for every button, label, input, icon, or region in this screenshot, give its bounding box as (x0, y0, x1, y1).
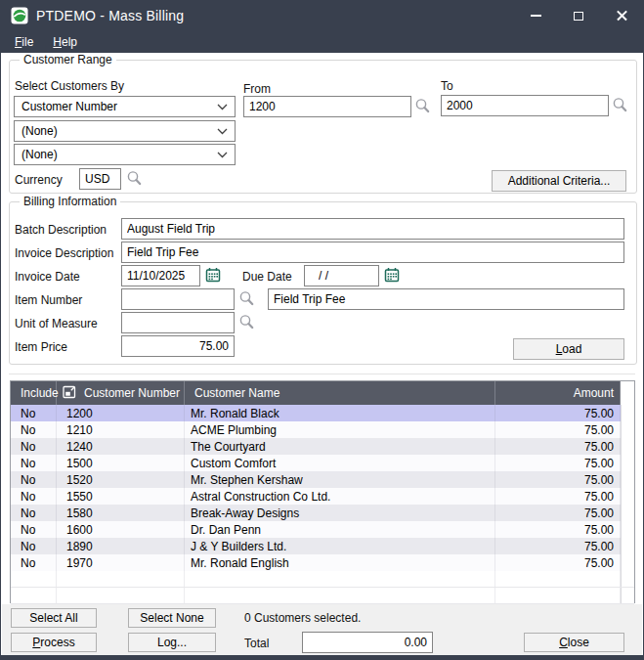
cell-customer-number[interactable]: 1200 (57, 405, 185, 421)
cell-include[interactable]: No (11, 471, 57, 488)
cell-filler[interactable] (621, 438, 634, 455)
cell-filler[interactable] (621, 521, 634, 538)
cell-amount[interactable]: 75.00 (495, 505, 621, 521)
log-button[interactable]: Log... (128, 633, 216, 652)
cell-include[interactable]: No (11, 538, 57, 554)
invoice-date-calendar-icon[interactable] (205, 267, 221, 283)
menu-help[interactable]: Help (43, 30, 87, 53)
header-amount[interactable]: Amount (495, 381, 621, 405)
cell-customer-name[interactable]: ACME Plumbing (185, 421, 495, 438)
invoice-description-input[interactable] (121, 242, 624, 263)
from-finder-icon[interactable] (414, 98, 431, 114)
batch-description-input[interactable] (121, 218, 624, 240)
load-button[interactable]: Load (513, 338, 624, 360)
cell-customer-name[interactable]: Custom Comfort (185, 455, 495, 471)
additional-criteria-button[interactable]: Additional Criteria... (492, 170, 626, 192)
invoice-date-input[interactable] (121, 265, 200, 286)
cell-include[interactable]: No (11, 505, 57, 521)
cell-include[interactable]: No (11, 421, 57, 438)
cell-customer-name[interactable]: Mr. Ronald Black (185, 405, 495, 421)
cell-include[interactable] (11, 571, 57, 587)
unit-of-measure-finder-icon[interactable] (238, 314, 255, 330)
cell-customer-number[interactable]: 1970 (57, 554, 185, 571)
maximize-button[interactable] (557, 1, 600, 30)
process-button[interactable]: Process (11, 633, 97, 652)
cell-filler[interactable] (621, 588, 634, 603)
cell-customer-number[interactable]: 1500 (57, 455, 185, 471)
cell-filler[interactable] (621, 471, 634, 488)
currency-finder-icon[interactable] (126, 170, 143, 187)
total-input[interactable] (302, 632, 433, 653)
cell-amount[interactable]: 75.00 (495, 554, 621, 571)
table-row[interactable]: No1580Break-Away Designs75.00 (11, 505, 634, 521)
to-finder-icon[interactable] (612, 97, 628, 113)
cell-include[interactable]: No (11, 438, 57, 455)
cell-amount[interactable]: 75.00 (495, 438, 621, 455)
cell-customer-number[interactable]: 1550 (57, 488, 185, 505)
cell-filler[interactable] (621, 571, 634, 587)
header-include[interactable]: Include (11, 381, 57, 405)
cell-customer-name[interactable]: Mr. Stephen Kershaw (185, 471, 495, 488)
cell-customer-number[interactable]: 1580 (57, 505, 185, 521)
cell-amount[interactable]: 75.00 (495, 455, 621, 471)
table-row[interactable]: No1200Mr. Ronald Black75.00 (11, 405, 634, 421)
cell-customer-number[interactable]: 1210 (57, 421, 185, 438)
criteria-combo-2[interactable]: (None) (14, 120, 236, 142)
item-number-input[interactable] (121, 288, 235, 310)
cell-amount[interactable]: 75.00 (495, 521, 621, 538)
cell-customer-number[interactable]: 1520 (57, 471, 185, 488)
table-row[interactable]: No1500Custom Comfort75.00 (11, 455, 634, 471)
select-all-button[interactable]: Select All (11, 608, 97, 628)
table-row[interactable]: No1520Mr. Stephen Kershaw75.00 (11, 471, 634, 488)
menu-file[interactable]: File (1, 30, 43, 53)
cell-customer-name[interactable]: Dr. Dan Penn (185, 521, 495, 538)
to-input[interactable] (441, 95, 609, 116)
table-row[interactable]: No1890J & Y Builders Ltd.75.00 (11, 538, 634, 554)
table-row[interactable]: No1970Mr. Ronald English75.00 (11, 554, 634, 571)
cell-customer-number[interactable] (57, 571, 185, 587)
cell-customer-name[interactable]: J & Y Builders Ltd. (185, 538, 495, 554)
cell-customer-name[interactable] (185, 571, 495, 587)
cell-include[interactable]: No (11, 488, 57, 505)
header-customer-number[interactable]: Customer Number (57, 381, 185, 405)
currency-input[interactable] (79, 168, 121, 190)
item-description-input[interactable] (268, 288, 624, 310)
cell-include[interactable]: No (11, 455, 57, 471)
cell-customer-name[interactable]: Mr. Ronald English (185, 554, 495, 571)
minimize-button[interactable] (514, 1, 557, 30)
cell-amount[interactable]: 75.00 (495, 488, 621, 505)
select-customers-by-combo[interactable]: Customer Number (14, 96, 236, 117)
cell-customer-name[interactable] (185, 588, 495, 603)
cell-customer-name[interactable]: Astral Construction Co Ltd. (185, 488, 495, 505)
table-row[interactable]: No1550Astral Construction Co Ltd.75.00 (11, 488, 634, 505)
close-button[interactable]: Close (524, 633, 624, 652)
cell-amount[interactable] (495, 588, 621, 603)
due-date-input[interactable] (304, 265, 379, 286)
unit-of-measure-input[interactable] (121, 312, 235, 333)
criteria-combo-3[interactable]: (None) (14, 144, 236, 165)
cell-filler[interactable] (621, 421, 634, 438)
due-date-calendar-icon[interactable] (384, 267, 400, 283)
cell-amount[interactable] (495, 571, 621, 587)
cell-amount[interactable]: 75.00 (495, 405, 621, 421)
cell-filler[interactable] (621, 538, 634, 554)
cell-customer-number[interactable]: 1240 (57, 438, 185, 455)
from-input[interactable] (243, 96, 411, 117)
select-none-button[interactable]: Select None (128, 608, 216, 628)
cell-customer-name[interactable]: Break-Away Designs (185, 505, 495, 521)
cell-filler[interactable] (621, 554, 634, 571)
cell-include[interactable]: No (11, 521, 57, 538)
cell-filler[interactable] (621, 405, 634, 421)
cell-include[interactable] (11, 588, 57, 603)
cell-filler[interactable] (621, 488, 634, 505)
cell-amount[interactable]: 75.00 (495, 538, 621, 554)
cell-customer-name[interactable]: The Courtyard (185, 438, 495, 455)
close-window-button[interactable] (600, 1, 643, 30)
table-row[interactable] (11, 571, 634, 588)
cell-include[interactable]: No (11, 554, 57, 571)
cell-customer-number[interactable] (57, 588, 185, 603)
cell-include[interactable]: No (11, 405, 57, 421)
item-price-input[interactable] (121, 335, 235, 357)
cell-filler[interactable] (621, 455, 634, 471)
cell-filler[interactable] (621, 505, 634, 521)
